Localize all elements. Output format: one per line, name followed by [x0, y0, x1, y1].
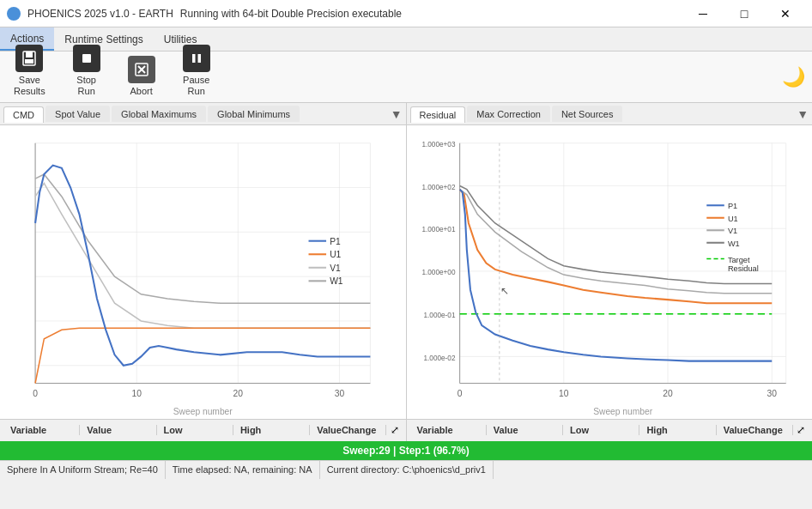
svg-text:Residual: Residual: [727, 264, 758, 273]
left-chart-svg: 0 10 20 30 Sweep number P1: [0, 125, 406, 419]
svg-rect-1: [26, 52, 33, 58]
svg-text:1.000e-02: 1.000e-02: [423, 354, 455, 362]
right-col-low: Low: [563, 425, 639, 435]
stop-run-button[interactable]: StopRun: [66, 43, 107, 99]
tab-max-correction[interactable]: Max Correction: [467, 106, 550, 122]
svg-text:V1: V1: [727, 227, 736, 235]
abort-icon: [128, 56, 155, 83]
abort-label: Abort: [130, 86, 153, 97]
tab-residual[interactable]: Residual: [410, 106, 466, 123]
tab-global-minimums[interactable]: Global Minimums: [208, 106, 300, 122]
left-col-high: High: [233, 425, 310, 435]
svg-text:30: 30: [767, 389, 777, 398]
svg-text:Sweep number: Sweep number: [173, 407, 233, 416]
charts-area: CMD Spot Value Global Maximums Global Mi…: [0, 103, 812, 441]
menu-bar: Actions Runtime Settings Utilities: [0, 27, 812, 52]
svg-text:↖: ↖: [500, 285, 508, 297]
title-bar-left: PHOENICS 2025 v1.0 - EARTH Running with …: [7, 7, 402, 21]
svg-text:1.000e+03: 1.000e+03: [421, 141, 455, 148]
tab-net-sources[interactable]: Net Sources: [552, 106, 623, 122]
left-tabs-expand[interactable]: ▼: [391, 107, 403, 121]
svg-text:1.000e+02: 1.000e+02: [421, 184, 455, 191]
right-chart-svg: 1.000e+03 1.000e+02 1.000e+01 1.000e+00 …: [407, 125, 813, 419]
left-col-variable: Variable: [3, 425, 80, 435]
svg-text:10: 10: [132, 389, 142, 398]
left-chart-area: 0 10 20 30 Sweep number P1: [0, 125, 406, 419]
dark-mode-icon[interactable]: 🌙: [782, 66, 805, 88]
right-chart-panel: Residual Max Correction Net Sources ▼: [407, 103, 813, 441]
toolbar: SaveResults StopRun Abort PauseRun 🌙: [0, 52, 812, 103]
svg-text:Target: Target: [727, 256, 749, 264]
svg-text:P1: P1: [330, 237, 341, 246]
svg-text:W1: W1: [330, 276, 343, 286]
abort-button[interactable]: Abort: [121, 54, 162, 99]
left-table-header: Variable Value Low High ValueChange ⤢: [0, 420, 406, 441]
svg-text:1.000e+00: 1.000e+00: [421, 269, 455, 276]
svg-text:U1: U1: [330, 250, 341, 259]
svg-text:W1: W1: [727, 239, 739, 248]
left-tabs-row: CMD Spot Value Global Maximums Global Mi…: [0, 103, 406, 125]
right-table-area: Variable Value Low High ValueChange ⤢: [407, 419, 813, 441]
close-button[interactable]: ✕: [766, 0, 805, 27]
svg-text:20: 20: [233, 389, 244, 398]
progress-text: Sweep:29 | Step:1 (96.7%): [342, 445, 469, 457]
right-tabs-row: Residual Max Correction Net Sources ▼: [407, 103, 813, 125]
stop-run-label: StopRun: [76, 75, 96, 97]
left-chart-panel: CMD Spot Value Global Maximums Global Mi…: [0, 103, 407, 441]
left-col-valuechange: ValueChange: [310, 425, 386, 435]
svg-text:0: 0: [33, 389, 38, 398]
svg-rect-2: [25, 59, 33, 64]
svg-text:10: 10: [559, 389, 569, 398]
svg-text:P1: P1: [727, 202, 736, 210]
status-directory: Current directory: C:\phoenics\d_priv1: [320, 461, 494, 479]
right-table-expand[interactable]: ⤢: [793, 424, 809, 436]
tab-cmd[interactable]: CMD: [3, 106, 44, 123]
right-col-value: Value: [487, 425, 563, 435]
svg-text:1.000e-01: 1.000e-01: [423, 312, 455, 319]
right-tabs-expand[interactable]: ▼: [797, 107, 809, 121]
svg-text:V1: V1: [330, 264, 341, 273]
right-chart-area: 1.000e+03 1.000e+02 1.000e+01 1.000e+00 …: [407, 125, 813, 419]
minimize-button[interactable]: ─: [683, 0, 723, 27]
svg-text:1.000e+01: 1.000e+01: [421, 226, 455, 233]
svg-text:30: 30: [335, 389, 345, 398]
svg-text:U1: U1: [727, 215, 737, 223]
left-col-low: Low: [157, 425, 233, 435]
svg-text:20: 20: [663, 389, 673, 398]
maximize-button[interactable]: □: [724, 0, 764, 27]
title-bar: PHOENICS 2025 v1.0 - EARTH Running with …: [0, 0, 812, 27]
right-col-high: High: [639, 425, 716, 435]
save-results-button[interactable]: SaveResults: [7, 43, 52, 99]
left-col-value: Value: [80, 425, 156, 435]
pause-run-label: PauseRun: [183, 75, 209, 97]
app-icon: [7, 7, 21, 21]
stop-run-icon: [73, 45, 100, 72]
right-table-header: Variable Value Low High ValueChange ⤢: [407, 420, 813, 441]
pause-run-icon: [183, 45, 210, 72]
svg-rect-8: [197, 54, 201, 63]
svg-text:0: 0: [457, 389, 462, 398]
tab-spot-value[interactable]: Spot Value: [45, 106, 110, 122]
title-bar-controls: ─ □ ✕: [683, 0, 805, 27]
right-col-variable: Variable: [410, 425, 487, 435]
pause-run-button[interactable]: PauseRun: [176, 43, 217, 99]
svg-rect-7: [192, 54, 196, 63]
tab-global-maximums[interactable]: Global Maximums: [112, 106, 206, 122]
save-results-icon: [15, 45, 43, 72]
app-status: Running with 64-bit Double Precision exe…: [180, 8, 402, 20]
status-time: Time elapsed: NA, remaining: NA: [166, 461, 320, 479]
svg-rect-3: [82, 54, 91, 63]
left-table-area: Variable Value Low High ValueChange ⤢: [0, 419, 406, 441]
left-table-expand[interactable]: ⤢: [387, 424, 403, 436]
save-results-label: SaveResults: [14, 75, 45, 97]
status-bar: Sphere In A Uniform Stream; Re=40 Time e…: [0, 460, 812, 479]
app-name: PHOENICS 2025 v1.0 - EARTH: [27, 8, 173, 20]
right-col-valuechange: ValueChange: [717, 425, 793, 435]
status-sphere: Sphere In A Uniform Stream; Re=40: [0, 461, 166, 479]
svg-text:Sweep number: Sweep number: [593, 407, 653, 416]
progress-bar: Sweep:29 | Step:1 (96.7%): [0, 441, 812, 460]
